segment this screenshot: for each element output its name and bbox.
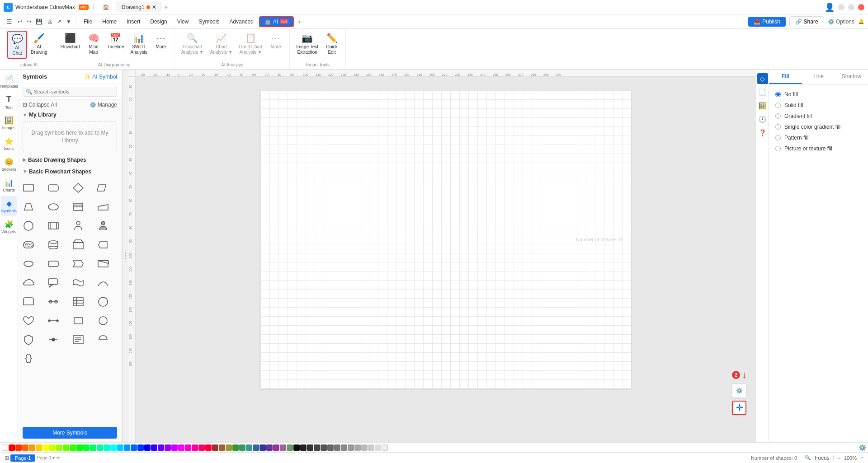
color-swatch-gray-mid[interactable]	[321, 444, 327, 451]
color-swatch-gray-lighter[interactable]	[354, 444, 361, 451]
title-tab-drawing[interactable]: Drawing1 ✕	[117, 2, 161, 12]
basic-drawing-section[interactable]: ▶ Basic Drawing Shapes	[18, 155, 122, 165]
color-swatch-red2[interactable]	[15, 444, 22, 451]
symbol-diamond[interactable]	[71, 180, 86, 196]
fill-option-picture[interactable]: Picture or texture fill	[774, 143, 863, 154]
color-swatch-purple[interactable]	[165, 444, 171, 451]
sidebar-item-icons[interactable]: ⭐ Icons	[1, 134, 17, 154]
timeline-btn[interactable]: 📅 Timeline	[104, 31, 127, 51]
swot-btn[interactable]: 📊 SWOTAnalysis	[127, 31, 150, 57]
flowchart-analysis-btn[interactable]: 🔍 FlowchartAnalysis ▼	[179, 31, 207, 57]
color-swatch-dark-purple[interactable]	[266, 444, 273, 451]
symbol-rectangle[interactable]	[21, 180, 36, 196]
symbol-pentagon[interactable]	[95, 256, 111, 271]
collapse-all-btn[interactable]: ⊟ Collapse All	[23, 102, 57, 108]
manage-btn[interactable]: ⚙️ Manage	[90, 102, 117, 108]
symbol-display[interactable]	[95, 237, 111, 253]
sidebar-item-symbols[interactable]: ◆ Symbols	[1, 196, 17, 216]
fill-option-pattern[interactable]: Pattern fill	[774, 132, 863, 143]
menu-advanced2[interactable]: Advanced	[225, 17, 258, 27]
color-swatch-mint[interactable]	[97, 444, 103, 451]
quick-edit-btn[interactable]: ✏️ QuickEdit	[322, 31, 342, 57]
symbol-chevron[interactable]	[71, 256, 86, 271]
color-swatch-blue-dark[interactable]	[137, 444, 144, 451]
gantt-analysis-btn[interactable]: 📋 Gantt ChartAnalysis ▼	[236, 31, 265, 57]
color-swatch-rose[interactable]	[198, 444, 205, 451]
color-settings-icon[interactable]: ⚙️	[859, 444, 866, 451]
symbol-shield[interactable]	[21, 332, 36, 347]
symbol-rect-rounded-corner[interactable]	[21, 294, 36, 309]
symbol-heart[interactable]	[21, 313, 36, 328]
publish-btn[interactable]: 📤 Publish	[748, 17, 785, 27]
ai-symbol-btn[interactable]: ✨ AI Symbol	[84, 74, 117, 80]
add-shape-float-btn[interactable]: ✛	[732, 401, 746, 415]
color-swatch-yellow[interactable]	[36, 444, 42, 451]
fill-option-single-gradient[interactable]: Single color gradient fill	[774, 122, 863, 132]
color-swatch-hot-pink[interactable]	[192, 444, 198, 451]
color-swatch-green-bright[interactable]	[63, 444, 69, 451]
tab-fill[interactable]: Fill	[769, 70, 802, 84]
color-swatch-bright-yellow[interactable]	[42, 444, 49, 451]
symbol-drum[interactable]	[46, 237, 61, 253]
right-fill-btn[interactable]: ◇	[757, 73, 768, 84]
color-swatch-light-gray[interactable]	[361, 444, 368, 451]
right-help-btn[interactable]: ❓	[757, 127, 768, 138]
sidebar-item-templates[interactable]: 📄 Templates	[1, 71, 17, 91]
new-tab-btn[interactable]: +	[164, 3, 168, 11]
user-avatar-icon[interactable]: 👤	[825, 2, 835, 12]
image-text-btn[interactable]: 📷 Image TextExtraction	[293, 31, 321, 57]
symbol-connector[interactable]	[46, 332, 61, 347]
close-btn[interactable]	[858, 4, 864, 10]
share-btn[interactable]: 🔗 Share	[789, 16, 824, 27]
zoom-out-icon[interactable]: −	[837, 455, 840, 461]
drawing-canvas[interactable]: Number of shapes: 0	[260, 90, 631, 388]
color-swatch-crimson[interactable]	[205, 444, 212, 451]
symbol-arc[interactable]	[95, 275, 111, 290]
symbol-loop-limit[interactable]	[71, 237, 86, 253]
symbol-list[interactable]	[71, 294, 86, 309]
symbol-data-store[interactable]	[71, 199, 86, 215]
color-swatch-dark-green[interactable]	[232, 444, 239, 451]
grid-view-btn[interactable]: ⊞	[5, 455, 9, 461]
print-btn[interactable]: 🖨	[45, 18, 54, 26]
symbol-predefined-process[interactable]	[46, 218, 61, 234]
more-symbols-btn[interactable]: More Symbols	[23, 427, 117, 439]
color-swatch-pure-green[interactable]	[76, 444, 83, 451]
color-swatch-steel[interactable]	[253, 444, 259, 451]
color-swatch-gray[interactable]	[327, 444, 334, 451]
symbol-brace[interactable]	[21, 351, 36, 366]
sidebar-item-charts[interactable]: 📊 Charts	[1, 175, 17, 195]
sidebar-item-text[interactable]: T Text	[1, 92, 17, 112]
more-analysis-btn[interactable]: ⋯ More	[266, 31, 286, 51]
color-swatch-orange[interactable]	[22, 444, 28, 451]
symbol-person2[interactable]	[95, 218, 111, 234]
ai-menu-btn[interactable]: 🤖 AI hot	[259, 16, 294, 27]
undo-btn[interactable]: ↩	[16, 18, 24, 26]
menu-insert[interactable]: Home	[98, 17, 121, 27]
redo-btn[interactable]: ↪	[25, 18, 33, 26]
color-swatch-lime2[interactable]	[56, 444, 62, 451]
right-history-btn[interactable]: 🕐	[757, 114, 768, 125]
symbol-notes[interactable]	[71, 332, 86, 347]
notification-icon[interactable]: 🔔	[858, 19, 864, 24]
symbol-parallelogram[interactable]	[95, 180, 111, 196]
mindmap-btn[interactable]: 🧠 MindMap	[84, 31, 104, 57]
sidebar-item-widgets[interactable]: 🧩 Widgets	[1, 217, 17, 237]
color-swatch-dark-magenta[interactable]	[273, 444, 279, 451]
menu-symbols[interactable]: View	[173, 17, 193, 27]
fill-option-none[interactable]: No fill	[774, 89, 863, 100]
symbol-cloud[interactable]	[21, 275, 36, 290]
color-swatch-sage[interactable]	[287, 444, 293, 451]
color-swatch-fuchsia[interactable]	[178, 444, 184, 451]
zoom-in-icon[interactable]: +	[860, 455, 863, 461]
add-page-btn[interactable]: +	[56, 454, 60, 462]
color-swatch-green2[interactable]	[83, 444, 90, 451]
fill-option-gradient[interactable]: Gradient fill	[774, 111, 863, 122]
color-swatch-magenta[interactable]	[171, 444, 178, 451]
menu-view[interactable]: Design	[146, 17, 171, 27]
more-quick-btn[interactable]: ▼	[64, 18, 73, 26]
symbol-trapezoid[interactable]	[21, 199, 36, 215]
flowchart-btn[interactable]: ⬛ Flowchart	[58, 31, 83, 51]
color-swatch-sky[interactable]	[117, 444, 123, 451]
sidebar-toggle-btn[interactable]: ☰	[4, 17, 15, 26]
